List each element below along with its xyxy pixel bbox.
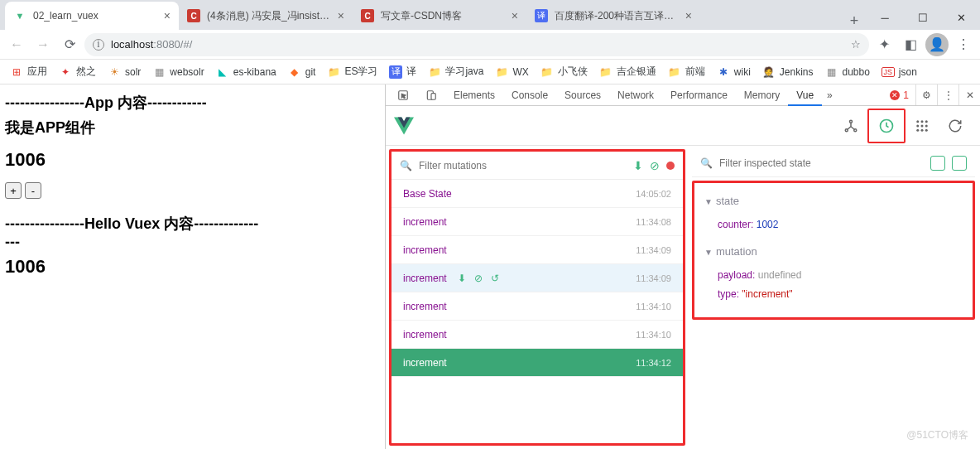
forward-button[interactable]: → xyxy=(31,33,55,56)
copy-state-icon[interactable] xyxy=(930,156,945,171)
devtools-tab-console[interactable]: Console xyxy=(503,84,556,105)
chrome-menu-icon[interactable]: ⋮ xyxy=(952,33,975,56)
mutation-name: increment xyxy=(403,216,447,228)
mutation-row[interactable]: Base State ⬇ ⊘ ↺ 14:05:02 xyxy=(392,180,683,208)
svg-point-8 xyxy=(921,120,924,123)
devtools-tab-memory[interactable]: Memory xyxy=(736,84,788,105)
mutation-row[interactable]: increment ⬇ ⊘ ↺ 11:34:12 xyxy=(392,349,683,377)
refresh-tool-icon[interactable] xyxy=(939,107,972,145)
close-tab-icon[interactable]: × xyxy=(164,9,171,22)
browser-tab[interactable]: C 写文章-CSDN博客 × xyxy=(353,2,526,30)
close-tab-icon[interactable]: × xyxy=(685,9,692,22)
bookmark-item[interactable]: ☀ solr xyxy=(103,61,146,83)
mutation-row[interactable]: increment ⬇ ⊘ ↺ 11:34:10 xyxy=(392,321,683,349)
import-state-icon[interactable] xyxy=(952,156,967,171)
mutation-row[interactable]: increment ⬇ ⊘ ↺ 11:34:09 xyxy=(392,236,683,264)
app-page: ----------------App 内容------------ 我是APP… xyxy=(0,84,385,449)
bookmark-item[interactable]: 📁 小飞侠 xyxy=(536,61,593,83)
bookmark-icon: ▦ xyxy=(824,65,838,79)
tab-title: 02_learn_vuex xyxy=(33,10,157,22)
extensions-icon[interactable]: ✦ xyxy=(872,33,896,56)
reload-button[interactable]: ⟳ xyxy=(58,33,81,56)
devtools-more-tabs[interactable]: » xyxy=(822,84,838,105)
devtools-settings-icon[interactable]: ⚙ xyxy=(915,84,937,105)
events-tool-icon[interactable] xyxy=(906,107,939,145)
devtools-menu-icon[interactable]: ⋮ xyxy=(937,84,958,105)
state-key: counter: xyxy=(718,219,753,230)
bookmark-label: 前端 xyxy=(685,65,705,79)
bookmark-item[interactable]: 📁 WX xyxy=(490,61,533,83)
new-tab-button[interactable]: + xyxy=(843,12,866,30)
browser-tab[interactable]: ▼ 02_learn_vuex × xyxy=(5,2,179,30)
inspect-icon[interactable] xyxy=(389,84,417,105)
bookmark-item[interactable]: 📁 前端 xyxy=(663,61,710,83)
site-info-icon[interactable]: i xyxy=(93,39,104,51)
bookmark-item[interactable]: 🤵 Jenkins xyxy=(757,61,819,83)
hello-counter: 1006 xyxy=(5,256,380,278)
omnibox[interactable]: i localhost:8080/#/ ☆ xyxy=(84,33,869,56)
mutation-row[interactable]: increment ⬇ ⊘ ↺ 11:34:09 xyxy=(392,264,683,292)
mutation-name: Base State xyxy=(403,188,452,200)
devtools: ElementsConsoleSourcesNetworkPerformance… xyxy=(385,84,980,449)
devtools-tab-elements[interactable]: Elements xyxy=(445,84,503,105)
bookmarks-bar: ⊞ 应用 ✦ 然之 ☀ solr ▦ websolr ◣ es-kibana ◆… xyxy=(0,60,980,84)
devtools-tab-performance[interactable]: Performance xyxy=(662,84,736,105)
search-icon: 🔍 xyxy=(700,157,713,169)
browser-tab[interactable]: 译 百度翻译-200种语言互译、沟通 × xyxy=(526,2,700,30)
svg-point-7 xyxy=(916,120,919,123)
mutation-row[interactable]: increment ⬇ ⊘ ↺ 11:34:08 xyxy=(392,208,683,236)
bookmark-item[interactable]: ◣ es-kibana xyxy=(211,61,281,83)
bookmark-item[interactable]: 📁 吉企银通 xyxy=(594,61,661,83)
bookmark-item[interactable]: JS json xyxy=(877,61,922,83)
revert-all-icon[interactable]: ⊘ xyxy=(650,159,660,172)
bookmark-label: 应用 xyxy=(27,65,47,79)
timetravel-icon[interactable]: ↺ xyxy=(491,273,499,284)
bookmark-item[interactable]: ▦ dubbo xyxy=(819,61,874,83)
svg-point-9 xyxy=(925,120,928,123)
mutation-section-label: mutation xyxy=(716,245,757,258)
back-button[interactable]: ← xyxy=(5,33,28,56)
mutation-name: increment xyxy=(403,301,447,312)
filter-mutations-input[interactable] xyxy=(419,160,627,171)
browser-tab[interactable]: C (4条消息) 冯安晨_冯insist_CSDN × xyxy=(179,2,353,30)
devtools-tab-sources[interactable]: Sources xyxy=(556,84,609,105)
bookmark-label: ES学习 xyxy=(344,65,377,79)
filter-state-input[interactable] xyxy=(719,157,924,169)
record-icon[interactable] xyxy=(666,162,675,170)
bookmark-item[interactable]: ⊞ 应用 xyxy=(5,61,52,83)
bookmark-star-icon[interactable]: ☆ xyxy=(851,38,861,51)
bookmark-item[interactable]: ▦ websolr xyxy=(147,61,209,83)
bookmark-item[interactable]: ◆ git xyxy=(283,61,321,83)
svg-point-13 xyxy=(916,128,919,131)
vuex-tool-icon[interactable] xyxy=(867,109,906,143)
bookmark-item[interactable]: ✦ 然之 xyxy=(54,61,101,83)
bookmark-icon: ◣ xyxy=(216,65,229,79)
bookmark-item[interactable]: ✱ wiki xyxy=(712,61,756,83)
devtools-close-icon[interactable]: ✕ xyxy=(958,84,980,105)
bookmark-item[interactable]: 📁 学习java xyxy=(423,61,488,83)
increment-button[interactable]: + xyxy=(5,182,22,199)
bookmark-label: dubbo xyxy=(842,66,869,78)
svg-point-12 xyxy=(925,124,928,127)
decrement-button[interactable]: - xyxy=(25,182,41,199)
maximize-button[interactable]: ☐ xyxy=(904,5,942,30)
error-count: 1 xyxy=(903,89,909,101)
minimize-button[interactable]: ─ xyxy=(866,5,904,30)
devtools-tab-vue[interactable]: Vue xyxy=(788,84,822,105)
extension-1-icon[interactable]: ◧ xyxy=(899,33,922,56)
close-tab-icon[interactable]: × xyxy=(512,9,518,22)
hello-heading-cont: --- xyxy=(5,234,380,251)
bookmark-item[interactable]: 译 译 xyxy=(384,61,421,83)
device-icon[interactable] xyxy=(417,84,445,105)
components-tool-icon[interactable] xyxy=(834,107,867,145)
commit-icon[interactable]: ⬇ xyxy=(458,273,466,284)
close-tab-icon[interactable]: × xyxy=(338,9,344,22)
commit-all-icon[interactable]: ⬇ xyxy=(633,159,643,172)
devtools-tab-network[interactable]: Network xyxy=(609,84,662,105)
revert-icon[interactable]: ⊘ xyxy=(474,273,483,284)
close-window-button[interactable]: ✕ xyxy=(942,5,980,30)
mutation-row[interactable]: increment ⬇ ⊘ ↺ 11:34:10 xyxy=(392,292,683,321)
bookmark-item[interactable]: 📁 ES学习 xyxy=(322,61,382,83)
profile-icon[interactable]: 👤 xyxy=(925,33,949,56)
error-indicator[interactable]: ✕ 1 xyxy=(883,84,915,105)
